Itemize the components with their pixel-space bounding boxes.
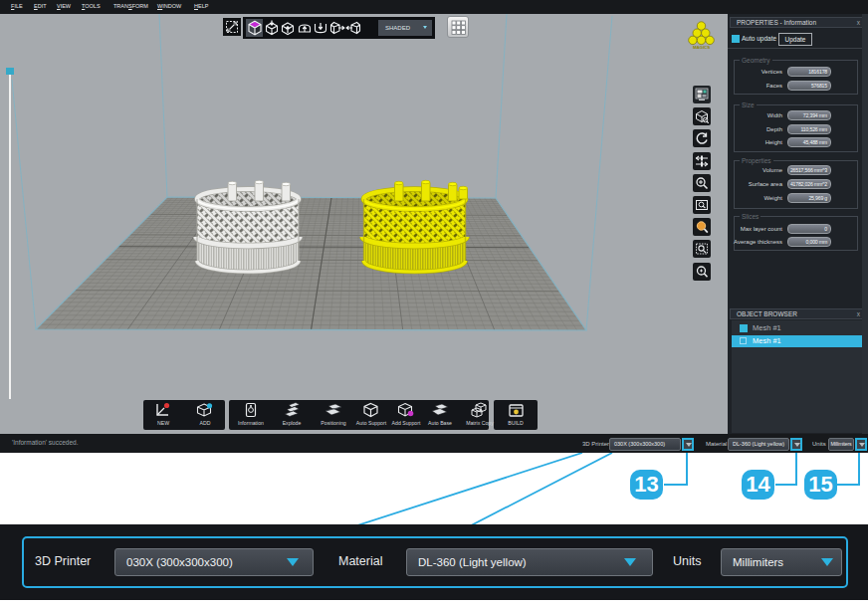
svg-text:MAGICS: MAGICS	[693, 45, 710, 50]
